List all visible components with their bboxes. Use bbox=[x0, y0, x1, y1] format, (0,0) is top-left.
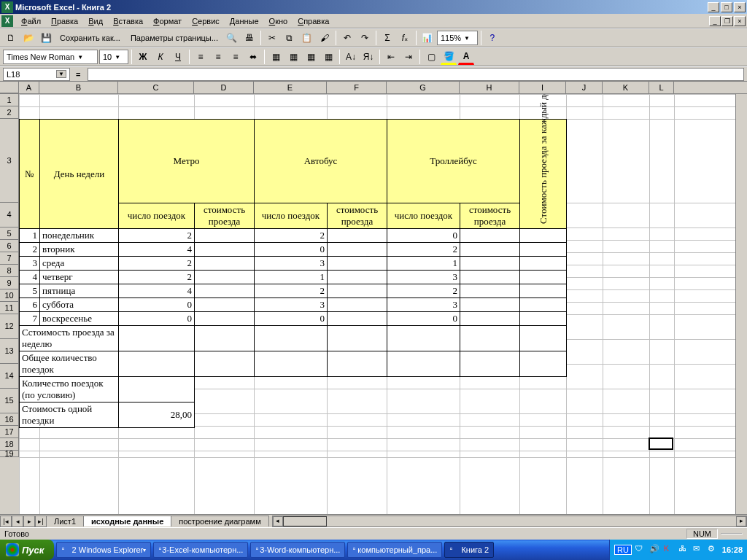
tray-sound-icon[interactable]: 🔊 bbox=[649, 544, 661, 556]
cells-area[interactable]: №День неделиМетроАвтобусТроллейбусСтоимо… bbox=[19, 94, 735, 514]
indent-dec-button[interactable]: ⇤ bbox=[383, 49, 399, 65]
sheet-tab-1[interactable]: Лист1 bbox=[46, 516, 84, 526]
menu-file[interactable]: Файл bbox=[16, 15, 46, 27]
row-header-13[interactable]: 13 bbox=[0, 339, 19, 364]
col-header-I[interactable]: I bbox=[519, 82, 566, 93]
borders3-button[interactable]: ▦ bbox=[303, 49, 319, 65]
tab-first-button[interactable]: |◂ bbox=[0, 516, 12, 527]
data-table[interactable]: №День неделиМетроАвтобусТроллейбусСтоимо… bbox=[19, 119, 567, 428]
row-header-17[interactable]: 17 bbox=[0, 426, 19, 438]
row-headers[interactable]: 12345678910111213141516171819 bbox=[0, 94, 19, 514]
row-header-12[interactable]: 12 bbox=[0, 314, 19, 339]
doc-restore-button[interactable]: ❐ bbox=[721, 16, 733, 26]
menu-view[interactable]: Вид bbox=[83, 15, 108, 27]
col-header-D[interactable]: D bbox=[194, 82, 254, 93]
row-header-14[interactable]: 14 bbox=[0, 364, 19, 389]
horizontal-scrollbar[interactable]: ◂▸ bbox=[272, 516, 747, 527]
underline-button[interactable]: Ч bbox=[170, 49, 186, 65]
borders-button[interactable]: ▦ bbox=[268, 49, 284, 65]
sort-desc-button[interactable]: Я↓ bbox=[360, 49, 376, 65]
indent-inc-button[interactable]: ⇥ bbox=[400, 49, 417, 65]
menu-insert[interactable]: Вставка bbox=[108, 15, 148, 27]
maximize-button[interactable]: □ bbox=[721, 2, 732, 12]
row-header-1[interactable]: 1 bbox=[0, 94, 19, 106]
outside-border-button[interactable]: ▢ bbox=[423, 49, 439, 65]
spreadsheet-grid[interactable]: ABCDEFGHIJKL 123456789101112131415161718… bbox=[0, 82, 747, 514]
sheet-tab-2[interactable]: исходные данные bbox=[83, 516, 171, 526]
tab-last-button[interactable]: ▸| bbox=[35, 516, 47, 527]
undo-button[interactable]: ↶ bbox=[339, 30, 355, 46]
col-header-L[interactable]: L bbox=[649, 82, 674, 93]
menu-format[interactable]: Формат bbox=[148, 15, 187, 27]
tray-msg-icon[interactable]: ✉ bbox=[693, 544, 705, 556]
start-button[interactable]: Пуск bbox=[0, 540, 54, 560]
align-right-button[interactable]: ≡ bbox=[228, 49, 244, 65]
column-headers[interactable]: ABCDEFGHIJKL bbox=[0, 82, 747, 94]
col-header-C[interactable]: C bbox=[118, 82, 194, 93]
menu-tools[interactable]: Сервис bbox=[187, 15, 225, 27]
taskbar-item[interactable]: ▫ компьютерный_пра... bbox=[347, 542, 442, 558]
doc-minimize-button[interactable]: _ bbox=[709, 16, 721, 26]
align-center-button[interactable]: ≡ bbox=[210, 49, 226, 65]
row-header-10[interactable]: 10 bbox=[0, 289, 19, 302]
menu-window[interactable]: Окно bbox=[264, 15, 293, 27]
tab-prev-button[interactable]: ◂ bbox=[12, 516, 23, 527]
bold-button[interactable]: Ж bbox=[135, 49, 151, 65]
tray-clock[interactable]: 16:28 bbox=[722, 545, 743, 554]
lang-indicator[interactable]: RU bbox=[614, 545, 632, 555]
row-header-7[interactable]: 7 bbox=[0, 252, 19, 265]
font-combo[interactable]: Times New Roman▼ bbox=[3, 50, 98, 64]
function-button[interactable]: fₓ bbox=[397, 30, 413, 46]
name-box[interactable]: L18▼ bbox=[3, 68, 70, 81]
col-header-K[interactable]: K bbox=[603, 82, 649, 93]
fontsize-combo[interactable]: 10▼ bbox=[99, 50, 128, 64]
open-button[interactable]: 📂 bbox=[20, 30, 36, 46]
row-header-3[interactable]: 3 bbox=[0, 119, 19, 203]
row-header-9[interactable]: 9 bbox=[0, 277, 19, 289]
taskbar-item[interactable]: ▫ Книга 2 bbox=[444, 542, 494, 558]
col-header-H[interactable]: H bbox=[460, 82, 519, 93]
col-header-G[interactable]: G bbox=[387, 82, 460, 93]
close-button[interactable]: × bbox=[734, 2, 746, 12]
system-tray[interactable]: RU 🛡 🔊 K 🖧 ✉ ⚙ 16:28 bbox=[609, 540, 747, 560]
tray-set-icon[interactable]: ⚙ bbox=[708, 544, 719, 556]
tray-shield-icon[interactable]: 🛡 bbox=[635, 544, 646, 556]
zoom-combo[interactable]: 115%▼ bbox=[437, 31, 478, 45]
sheet-tab-3[interactable]: построение диаграмм bbox=[171, 516, 268, 526]
menu-help[interactable]: Справка bbox=[293, 15, 334, 27]
help-button[interactable]: ? bbox=[484, 30, 500, 46]
select-all-corner[interactable] bbox=[0, 82, 19, 93]
row-header-15[interactable]: 15 bbox=[0, 389, 19, 413]
print-button[interactable]: 🖶 bbox=[241, 30, 258, 46]
taskbar-item[interactable]: ▫ 2 Windows Explorer ▾ bbox=[56, 542, 151, 558]
sort-asc-button[interactable]: A↓ bbox=[343, 49, 359, 65]
taskbar-item[interactable]: ▫ 3-Excel-компьютерн... bbox=[153, 542, 248, 558]
tray-net-icon[interactable]: 🖧 bbox=[678, 544, 690, 556]
format-painter-button[interactable]: 🖌 bbox=[317, 30, 333, 46]
redo-button[interactable]: ↷ bbox=[357, 30, 373, 46]
minimize-button[interactable]: _ bbox=[708, 2, 719, 12]
borders4-button[interactable]: ▦ bbox=[320, 49, 336, 65]
row-header-19[interactable]: 19 bbox=[0, 451, 19, 457]
col-header-J[interactable]: J bbox=[566, 82, 603, 93]
row-header-11[interactable]: 11 bbox=[0, 302, 19, 314]
taskbar-item[interactable]: ▫ 3-Word-компьютерн... bbox=[250, 542, 345, 558]
col-header-F[interactable]: F bbox=[327, 82, 387, 93]
italic-button[interactable]: К bbox=[152, 49, 169, 65]
print-preview-button[interactable]: 🔍 bbox=[224, 30, 240, 46]
menu-edit[interactable]: Правка bbox=[46, 15, 83, 27]
saveas-button[interactable]: Сохранить как... bbox=[55, 32, 125, 44]
pagesetup-button[interactable]: Параметры страницы... bbox=[126, 32, 222, 44]
paste-button[interactable]: 📋 bbox=[299, 30, 315, 46]
row-header-8[interactable]: 8 bbox=[0, 265, 19, 277]
fill-color-button[interactable]: 🪣 bbox=[441, 49, 457, 65]
row-header-5[interactable]: 5 bbox=[0, 228, 19, 240]
tray-av-icon[interactable]: K bbox=[664, 544, 676, 556]
col-header-E[interactable]: E bbox=[254, 82, 327, 93]
row-header-6[interactable]: 6 bbox=[0, 240, 19, 252]
menu-data[interactable]: Данные bbox=[225, 15, 264, 27]
col-header-B[interactable]: B bbox=[39, 82, 118, 93]
row-header-4[interactable]: 4 bbox=[0, 203, 19, 228]
new-button[interactable]: 🗋 bbox=[3, 30, 19, 46]
copy-button[interactable]: ⧉ bbox=[282, 30, 298, 46]
